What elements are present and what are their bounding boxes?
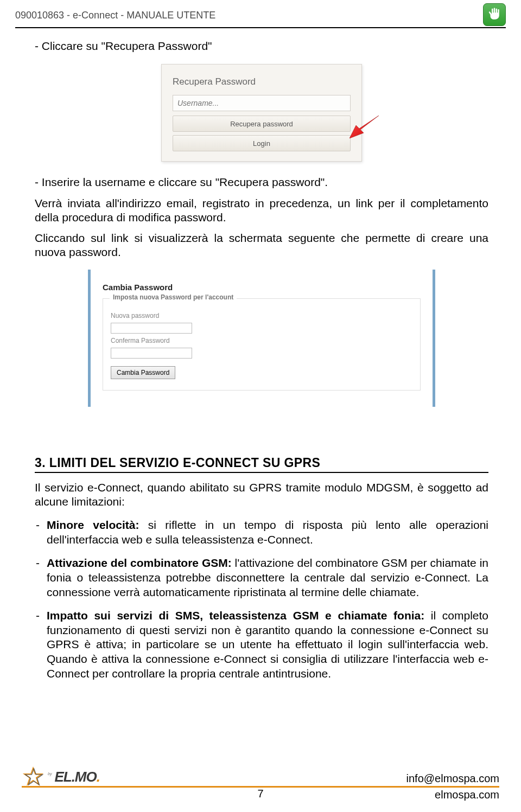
recover-password-panel: Recupera Password Recupera password Logi… xyxy=(161,64,362,162)
logo: by EL.MO. xyxy=(22,766,100,787)
recover-panel-title: Recupera Password xyxy=(173,76,351,87)
section-rule xyxy=(35,472,488,473)
instruction-2: - Inserire la username e cliccare su "Re… xyxy=(35,175,488,189)
new-password-label: Nuova password xyxy=(111,312,412,319)
username-input[interactable] xyxy=(173,95,351,111)
footer: by EL.MO. 7 info@elmospa.com elmospa.com xyxy=(0,766,521,801)
instruction-1: - Cliccare su "Recupera Password" xyxy=(35,39,488,53)
bullet-1: Minore velocità: si riflette in un tempo… xyxy=(47,518,488,547)
bullet-1-bold: Minore velocità: xyxy=(47,519,139,531)
section-heading: 3. LIMITI DEL SERVIZIO E-CONNECT SU GPRS xyxy=(35,456,488,470)
recover-password-button[interactable]: Recupera password xyxy=(173,116,351,132)
hand-icon xyxy=(483,3,506,26)
instruction-4: Cliccando sul link si visualizzerà la sc… xyxy=(35,231,488,260)
bullet-2: Attivazione del combinatore GSM: l'attiv… xyxy=(47,556,488,600)
arrow-icon xyxy=(348,116,379,138)
instruction-3: Verrà inviata all'indirizzo email, regis… xyxy=(35,196,488,225)
change-password-panel: Cambia Password Imposta nuova Password p… xyxy=(88,270,435,407)
login-button[interactable]: Login xyxy=(173,135,351,151)
new-password-input[interactable] xyxy=(111,323,192,334)
change-password-button[interactable]: Cambia Password xyxy=(111,366,175,379)
star-icon xyxy=(22,766,45,787)
bullet-3-bold: Impatto sui servizi di SMS, teleassisten… xyxy=(47,609,424,622)
svg-marker-0 xyxy=(350,116,379,138)
footer-email: info@elmospa.com xyxy=(406,772,499,785)
header: 090010863 - e-Connect - MANUALE UTENTE xyxy=(0,0,521,26)
confirm-password-label: Conferma Password xyxy=(111,337,412,344)
fieldset-legend: Imposta nuova Password per l'account xyxy=(110,293,237,301)
change-password-fieldset: Imposta nuova Password per l'account Nuo… xyxy=(103,298,421,391)
logo-text: EL.MO. xyxy=(54,769,100,785)
bullet-3: Impatto sui servizi di SMS, teleassisten… xyxy=(47,609,488,681)
logo-by-text: by xyxy=(48,772,52,776)
section-intro: Il servizio e-Connect, quando abilitato … xyxy=(35,481,488,510)
bullet-2-bold: Attivazione del combinatore GSM: xyxy=(47,557,232,569)
change-panel-title: Cambia Password xyxy=(103,283,421,292)
doc-header-title: 090010863 - e-Connect - MANUALE UTENTE xyxy=(15,3,215,21)
confirm-password-input[interactable] xyxy=(111,348,192,359)
page-number: 7 xyxy=(257,788,263,800)
